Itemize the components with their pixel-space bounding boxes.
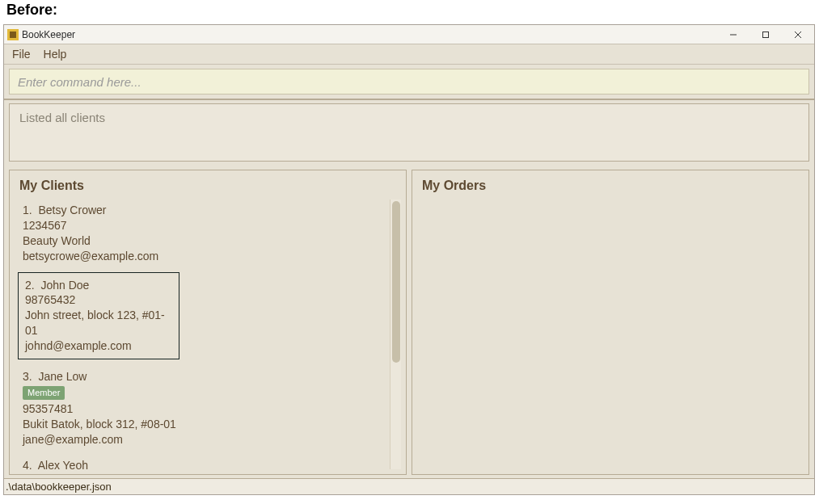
client-item[interactable]: 1. Betsy Crower1234567Beauty Worldbetsyc… [18,200,388,272]
panels: My Clients 1. Betsy Crower1234567Beauty … [4,166,814,478]
clients-title: My Clients [10,170,406,200]
minimize-button[interactable] [717,25,749,44]
svg-rect-3 [763,32,769,37]
orders-body [417,200,804,469]
statusbar: .\data\bookkeeper.json [4,478,814,494]
client-phone: 1234567 [23,218,383,233]
menu-help[interactable]: Help [44,48,67,61]
client-phone: 98765432 [25,292,172,308]
window-controls [717,25,814,44]
app-window: BookKeeper File Help Listed all clients … [3,24,815,495]
client-name: 3. Jane Low [23,369,383,384]
orders-panel: My Orders [412,170,809,475]
client-address: Beauty World [23,233,383,249]
app-icon [7,29,19,40]
client-name: 1. Betsy Crower [23,203,383,218]
command-input[interactable] [9,69,809,94]
client-email: betsycrowe@example.com [23,249,383,264]
command-bar [4,65,814,100]
before-label: Before: [0,0,819,23]
client-address: John street, block 123, #01-01 [25,308,172,338]
client-item[interactable]: 3. Jane LowMember95357481Bukit Batok, bl… [18,366,388,455]
clients-scrollbar[interactable] [390,200,401,469]
client-item[interactable]: 2. John Doe98765432John street, block 12… [18,272,179,359]
client-phone: 95357481 [23,401,383,417]
maximize-button[interactable] [749,25,782,44]
client-name: 4. Alex Yeoh [23,458,383,469]
clients-body: 1. Betsy Crower1234567Beauty Worldbetsyc… [15,200,401,469]
client-email: jane@example.com [23,432,383,447]
client-name: 2. John Doe [25,278,172,293]
client-item[interactable]: 4. Alex Yeoh [18,455,388,469]
orders-title: My Orders [412,170,808,200]
close-button[interactable] [782,25,814,44]
svg-rect-1 [10,32,16,38]
menubar: File Help [4,44,814,65]
scrollbar-thumb[interactable] [392,201,400,363]
result-text: Listed all clients [9,103,809,162]
client-address: Bukit Batok, block 312, #08-01 [23,417,383,432]
member-badge: Member [23,386,65,400]
clients-list: 1. Betsy Crower1234567Beauty Worldbetsyc… [18,200,388,469]
clients-panel: My Clients 1. Betsy Crower1234567Beauty … [9,170,407,475]
client-email: johnd@example.com [25,338,172,354]
app-title: BookKeeper [22,29,75,40]
menu-file[interactable]: File [12,48,31,61]
titlebar: BookKeeper [4,25,814,44]
result-area: Listed all clients [4,100,814,166]
